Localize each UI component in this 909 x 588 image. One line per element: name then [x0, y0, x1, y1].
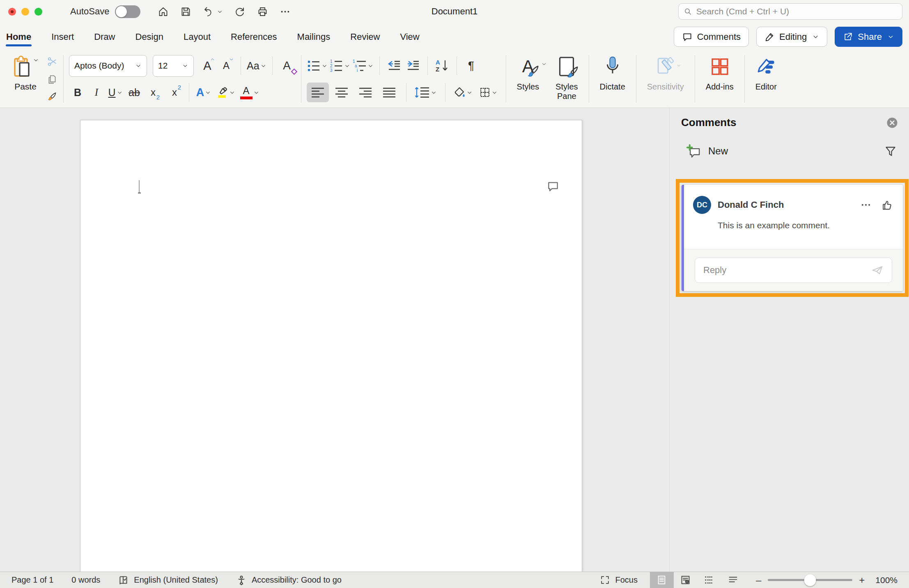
search-box[interactable] — [678, 3, 902, 20]
home-icon[interactable] — [158, 6, 169, 17]
font-name-select[interactable]: Aptos (Body) — [69, 55, 147, 77]
zoom-level[interactable]: 100% — [875, 575, 898, 585]
tab-references[interactable]: References — [231, 28, 277, 46]
font-size-value: 12 — [158, 61, 168, 71]
dictate-button[interactable]: Dictate — [595, 54, 631, 104]
draft-view-button[interactable] — [721, 572, 745, 588]
text-effects-button[interactable]: A — [195, 83, 212, 102]
subscript-mark: 2 — [156, 94, 160, 101]
copy-icon[interactable] — [47, 74, 57, 85]
bold-button[interactable]: B — [69, 83, 86, 102]
send-reply-icon[interactable] — [871, 264, 884, 276]
inline-comment-bubble-icon[interactable] — [546, 180, 560, 193]
svg-text:2: 2 — [330, 64, 333, 68]
reply-box[interactable] — [695, 257, 892, 283]
numbered-list-button[interactable]: 1 2 3 — [329, 56, 350, 76]
borders-button[interactable] — [477, 83, 500, 102]
subscript-button[interactable]: x2 — [145, 83, 162, 102]
zoom-in-button[interactable]: + — [859, 574, 865, 586]
align-center-button[interactable] — [331, 83, 353, 102]
print-layout-view-button[interactable] — [650, 572, 674, 588]
shrink-font-button[interactable]: A — [218, 56, 235, 76]
minimize-window-button[interactable] — [21, 8, 29, 16]
text-highlight-button[interactable] — [214, 83, 237, 102]
tab-layout[interactable]: Layout — [184, 28, 211, 46]
reply-input[interactable] — [703, 265, 871, 276]
zoom-out-button[interactable]: – — [756, 574, 761, 586]
document-page[interactable] — [80, 120, 582, 572]
chevron-down-icon — [812, 33, 819, 40]
search-input[interactable] — [696, 7, 897, 16]
close-window-button[interactable] — [8, 8, 16, 16]
spellcheck-status[interactable]: English (United States) — [118, 575, 218, 586]
underline-button[interactable]: U — [107, 83, 124, 102]
zoom-window-button[interactable] — [34, 8, 42, 16]
italic-button[interactable]: I — [88, 83, 105, 102]
strikethrough-button[interactable]: ab — [126, 83, 143, 102]
tab-view[interactable]: View — [400, 28, 419, 46]
eraser-diamond-icon — [291, 69, 297, 75]
decrease-indent-button[interactable] — [386, 56, 403, 76]
close-panel-icon[interactable] — [886, 117, 898, 129]
shading-button[interactable] — [451, 83, 475, 102]
show-formatting-button[interactable]: ¶ — [463, 56, 480, 76]
zoom-slider-thumb[interactable] — [804, 574, 816, 586]
cut-icon[interactable] — [47, 56, 57, 67]
change-case-button[interactable]: Aa — [247, 56, 266, 76]
format-painter-icon[interactable] — [47, 92, 58, 103]
tab-design[interactable]: Design — [135, 28, 163, 46]
filter-comments-icon[interactable] — [884, 145, 897, 157]
print-icon[interactable] — [257, 6, 268, 17]
new-comment-icon — [686, 144, 702, 158]
line-spacing-button[interactable] — [412, 83, 439, 102]
tab-review[interactable]: Review — [350, 28, 380, 46]
outline-view-button[interactable] — [698, 572, 721, 588]
font-size-select[interactable]: 12 — [153, 55, 194, 77]
font-group: Aptos (Body) 12 A A Aa A — [69, 54, 296, 104]
comments-panel-title: Comments — [681, 116, 736, 129]
save-icon[interactable] — [180, 6, 191, 17]
tab-insert[interactable]: Insert — [51, 28, 74, 46]
styles-pane-button[interactable]: Styles Pane — [550, 54, 583, 104]
share-button[interactable]: Share — [835, 27, 902, 47]
zoom-slider[interactable] — [768, 579, 852, 581]
page-count[interactable]: Page 1 of 1 — [11, 575, 53, 585]
superscript-button[interactable]: x2 — [166, 83, 183, 102]
justify-button[interactable] — [378, 83, 400, 102]
sort-button[interactable]: A Z — [434, 56, 451, 76]
chevron-down-icon — [431, 90, 437, 96]
focus-button[interactable]: Focus — [600, 575, 637, 585]
more-options-icon[interactable] — [860, 199, 872, 211]
tab-mailings[interactable]: Mailings — [297, 28, 331, 46]
comments-button[interactable]: Comments — [674, 27, 749, 47]
proofing-icon — [118, 575, 129, 586]
align-right-button[interactable] — [354, 83, 376, 102]
focus-icon — [600, 575, 610, 585]
grow-font-button[interactable]: A — [199, 56, 216, 76]
like-icon[interactable] — [881, 199, 893, 211]
autosave-toggle[interactable] — [115, 5, 140, 18]
tab-draw[interactable]: Draw — [94, 28, 115, 46]
addins-button[interactable]: Add-ins — [700, 54, 739, 104]
line-spacing-icon — [414, 86, 430, 99]
font-color-button[interactable]: A — [239, 83, 261, 102]
accessibility-status[interactable]: Accessibility: Good to go — [236, 575, 342, 586]
align-left-button[interactable] — [307, 83, 329, 102]
increase-indent-button[interactable] — [404, 56, 422, 76]
more-commands-icon[interactable] — [280, 6, 291, 17]
styles-button[interactable]: A Styles — [512, 54, 544, 104]
web-layout-view-button[interactable] — [674, 572, 698, 588]
new-comment-button[interactable]: New — [686, 144, 728, 158]
multilevel-list-button[interactable]: 1 a i — [352, 56, 374, 76]
bullet-list-button[interactable] — [307, 56, 328, 76]
clear-formatting-button[interactable]: A — [278, 56, 296, 76]
paste-button[interactable]: Paste — [7, 54, 44, 104]
pencil-icon — [764, 32, 775, 42]
word-count[interactable]: 0 words — [71, 575, 100, 585]
tab-home[interactable]: Home — [6, 28, 31, 46]
editing-mode-button[interactable]: Editing — [756, 27, 827, 47]
editor-button[interactable]: Editor — [750, 54, 782, 104]
comment-card[interactable]: DC Donald C Finch This is an example com… — [682, 185, 903, 291]
undo-button[interactable] — [203, 6, 223, 17]
redo-icon[interactable] — [234, 6, 246, 17]
